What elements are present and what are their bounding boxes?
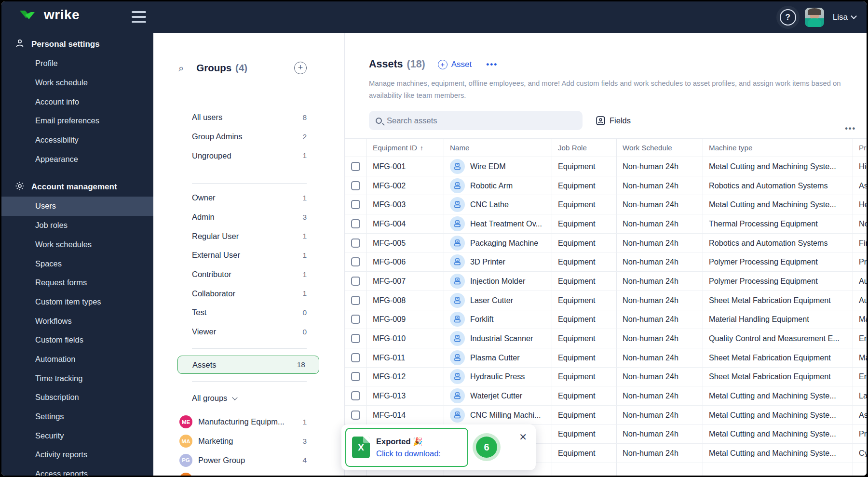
cell-prin: Pre	[853, 252, 868, 271]
row-checkbox[interactable]	[351, 353, 360, 362]
help-icon[interactable]: ?	[780, 9, 796, 26]
hamburger-menu-icon[interactable]	[132, 11, 146, 23]
cell-name[interactable]: Hydraulic Press	[444, 368, 552, 386]
team-item-marketing[interactable]: MAMarketing3	[153, 432, 344, 451]
cell-equipment-id: MFG-007	[367, 272, 444, 291]
cell-name[interactable]: Forklift	[444, 310, 552, 329]
cell-name[interactable]: CNC Lathe	[444, 195, 552, 214]
cell-name[interactable]: CNC Milling Machi...	[444, 406, 552, 424]
download-link[interactable]: Click to download:	[376, 449, 441, 458]
column-header-job-role[interactable]: Job Role	[552, 139, 617, 157]
add-group-icon[interactable]: +	[294, 62, 307, 74]
sidebar-item-account-info[interactable]: Account info	[1, 92, 153, 111]
table-row: MFG-014CNC Milling Machi...EquipmentNon-…	[345, 406, 867, 425]
more-options-icon[interactable]: •••	[486, 60, 498, 69]
user-avatar[interactable]	[805, 8, 824, 27]
row-checkbox[interactable]	[351, 334, 360, 343]
column-header-work-schedule[interactable]: Work Schedule	[617, 139, 703, 157]
team-item-manufacturing-equipm-[interactable]: MEManufacturing Equipm...1	[153, 412, 344, 432]
sidebar-section-personal-settings: Personal settings	[1, 35, 153, 54]
row-checkbox[interactable]	[351, 315, 360, 324]
sidebar-item-profile[interactable]: Profile	[1, 54, 153, 73]
sidebar-item-settings[interactable]: Settings	[1, 407, 153, 426]
groups-item-external-user[interactable]: External User1	[153, 246, 344, 265]
column-header-name[interactable]: Name	[444, 139, 552, 157]
sidebar-item-custom-item-types[interactable]: Custom item types	[1, 292, 153, 312]
fields-button[interactable]: Fields	[596, 116, 631, 125]
search-assets-input[interactable]: Search assets	[369, 111, 583, 130]
sidebar-item-custom-fields[interactable]: Custom fields	[1, 331, 153, 350]
cell-name[interactable]: Heat Treatment Ov...	[444, 214, 552, 233]
groups-item-regular-user[interactable]: Regular User1	[153, 226, 344, 246]
groups-item-admin[interactable]: Admin3	[153, 208, 344, 227]
groups-item-ungrouped[interactable]: Ungrouped1	[153, 146, 344, 165]
sidebar-item-work-schedules[interactable]: Work schedules	[1, 235, 153, 254]
cell-work-schedule: Non-human 24h	[617, 310, 703, 329]
groups-item-viewer[interactable]: Viewer0	[153, 322, 344, 342]
groups-item-assets-selected[interactable]: Assets 18	[177, 356, 319, 374]
sidebar-item-accessibility[interactable]: Accessibility	[1, 131, 153, 150]
sidebar-item-workflows[interactable]: Workflows	[1, 311, 153, 331]
groups-item-all-users[interactable]: All users8	[153, 108, 344, 127]
cell-name[interactable]: Waterjet Cutter	[444, 386, 552, 405]
export-toast-body[interactable]: X Exported 🎉 Click to download:	[345, 428, 468, 467]
column-header-equipment-id[interactable]: Equipment ID↑	[367, 139, 444, 157]
sidebar-item-users[interactable]: Users	[1, 197, 153, 216]
column-header-prin[interactable]: Prin	[853, 139, 868, 157]
sidebar-item-email-preferences[interactable]: Email preferences	[1, 111, 153, 131]
sidebar-item-automation[interactable]: Automation	[1, 350, 153, 369]
groups-item-group-admins[interactable]: Group Admins2	[153, 127, 344, 146]
cell-name[interactable]: Wire EDM	[444, 157, 552, 176]
search-icon[interactable]: ⌕	[178, 63, 184, 74]
cell-name[interactable]: 3D Printer	[444, 252, 552, 271]
row-checkbox[interactable]	[351, 391, 360, 400]
cell-name[interactable]: Packaging Machine	[444, 234, 552, 252]
row-checkbox[interactable]	[351, 296, 360, 305]
sidebar-item-spaces[interactable]: Spaces	[1, 254, 153, 273]
row-checkbox[interactable]	[351, 257, 360, 266]
sidebar-item-work-schedule[interactable]: Work schedule	[1, 73, 153, 93]
sidebar-item-activity-reports[interactable]: Activity reports	[1, 445, 153, 464]
cell-name[interactable]: Robotic Arm	[444, 176, 552, 195]
cell-name[interactable]: Industrial Scanner	[444, 329, 552, 348]
sidebar-item-time-tracking[interactable]: Time tracking	[1, 369, 153, 388]
assets-item-count: 18	[297, 360, 305, 369]
row-checkbox[interactable]	[351, 411, 360, 420]
add-asset-button[interactable]: + Asset	[438, 60, 472, 69]
row-checkbox[interactable]	[351, 162, 360, 171]
groups-item-test[interactable]: Test0	[153, 303, 344, 322]
cell-name[interactable]: Laser Cutter	[444, 291, 552, 310]
sidebar-item-appearance[interactable]: Appearance	[1, 149, 153, 169]
groups-item-contributor[interactable]: Contributor1	[153, 265, 344, 284]
groups-item-owner[interactable]: Owner1	[153, 188, 344, 208]
divider	[192, 348, 307, 349]
sidebar-item-subscription[interactable]: Subscription	[1, 388, 153, 407]
row-checkbox[interactable]	[351, 181, 360, 190]
close-icon[interactable]: ✕	[519, 431, 527, 443]
cell-job-role: Equipment	[552, 176, 617, 195]
team-item-power-group[interactable]: PGPower Group4	[153, 450, 344, 470]
column-header-machine-type[interactable]: Machine type	[703, 139, 853, 157]
table-header-row: Equipment ID↑NameJob RoleWork ScheduleMa…	[345, 139, 867, 157]
table-more-options-icon[interactable]: •••	[845, 124, 856, 133]
row-checkbox[interactable]	[351, 200, 360, 209]
cell-job-role: Equipment	[552, 406, 617, 424]
sidebar-item-request-forms[interactable]: Request forms	[1, 273, 153, 292]
sidebar-item-job-roles[interactable]: Job roles	[1, 216, 153, 235]
asset-icon	[450, 369, 465, 384]
wrike-logo[interactable]: wrike	[19, 7, 80, 23]
cell-name[interactable]: Injection Molder	[444, 272, 552, 291]
sidebar-item-security[interactable]: Security	[1, 426, 153, 445]
cell-equipment-id: MFG-003	[367, 195, 444, 214]
row-checkbox[interactable]	[351, 372, 360, 381]
team-item-sales-team[interactable]: STSales Team2	[153, 470, 344, 477]
cell-prin: Pre	[853, 425, 868, 444]
all-groups-dropdown[interactable]: All groups	[192, 388, 237, 408]
row-checkbox[interactable]	[351, 219, 360, 228]
sidebar-item-access-reports[interactable]: Access reports	[1, 464, 153, 477]
groups-item-collaborator[interactable]: Collaborator1	[153, 284, 344, 303]
row-checkbox[interactable]	[351, 238, 360, 248]
user-menu[interactable]: Lisa	[833, 13, 856, 22]
cell-name[interactable]: Plasma Cutter	[444, 348, 552, 367]
row-checkbox[interactable]	[351, 277, 360, 286]
